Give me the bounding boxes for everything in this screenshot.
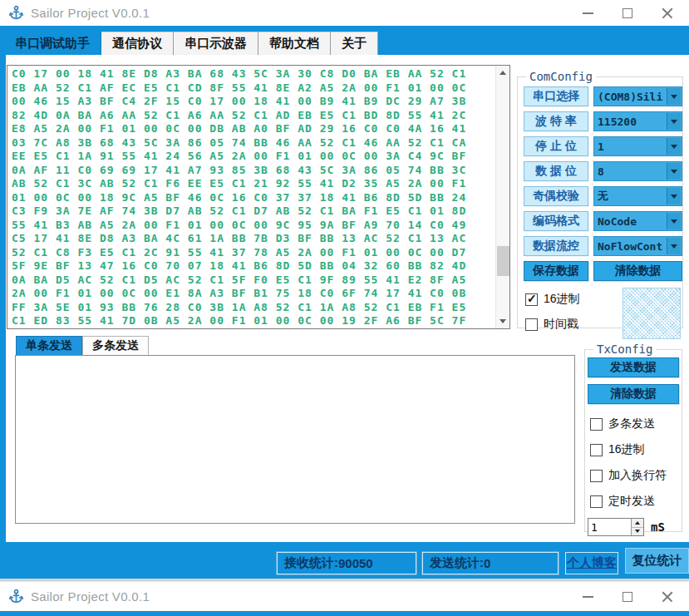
checkbox[interactable]: [525, 293, 538, 306]
close-icon: [662, 7, 673, 19]
chevron-down-icon: [671, 219, 677, 224]
dropdown-value: NoCode: [598, 215, 637, 228]
send-tab[interactable]: 单条发送: [16, 336, 82, 355]
spinner-buttons: [631, 519, 643, 535]
chevron-down-icon: [671, 244, 677, 249]
config-label: 串口选择: [533, 89, 579, 104]
close-button[interactable]: [647, 0, 687, 26]
config-dropdown[interactable]: NoCode: [593, 211, 682, 231]
main-tab[interactable]: 通信协议: [101, 32, 174, 55]
config-dropdown[interactable]: (COM8)Sili: [593, 86, 682, 106]
dropdown-arrow-button[interactable]: [667, 138, 681, 155]
send-tab[interactable]: 多条发送: [82, 336, 149, 355]
checkbox[interactable]: [590, 495, 603, 508]
hex-line: EB AA 52 C1 AF EC E5 C1 CD 8F 55 41 8E A…: [12, 81, 494, 96]
config-label-button[interactable]: 数据流控: [524, 236, 588, 256]
checkbox[interactable]: [590, 418, 603, 431]
dropdown-arrow-button[interactable]: [667, 188, 681, 205]
maximize-button[interactable]: [608, 0, 647, 26]
send-data-button[interactable]: 发送数据: [588, 357, 679, 377]
config-label-button[interactable]: 停 止 位: [524, 136, 588, 156]
dropdown-arrow-button[interactable]: [667, 238, 681, 254]
txconfig-buttons: 发送数据 清除数据: [588, 357, 679, 404]
interval-spinner: [588, 518, 644, 536]
minimize-button[interactable]: [568, 582, 608, 611]
chevron-down-icon: [671, 170, 677, 174]
config-dropdown[interactable]: 8: [593, 161, 682, 181]
minimize-icon: [583, 596, 593, 598]
reset-stats-button[interactable]: 复位统计: [625, 548, 689, 574]
checkbox-option[interactable]: 16进制: [590, 441, 682, 458]
scroll-down-button[interactable]: [496, 314, 509, 328]
main-tab-label: 串口调试助手: [15, 36, 90, 52]
dropdown-value: NoFlowCont: [598, 240, 662, 253]
hex-line: 01 00 0C 00 18 9C A5 BF 46 0C 16 C0 37 3…: [12, 191, 494, 205]
tx-count-value: 0: [484, 556, 490, 570]
spin-up-button[interactable]: [632, 519, 643, 528]
checkbox[interactable]: [590, 470, 603, 482]
config-row: 波 特 率 115200: [524, 111, 682, 131]
hex-line: C1 ED 83 55 41 7D 0B A5 2A 00 F1 01 00 0…: [12, 314, 494, 328]
personal-blog-link[interactable]: 个人博客: [565, 552, 618, 574]
rx-count-box: 接收统计:90050: [277, 552, 416, 574]
scrollbar-thumb[interactable]: [497, 246, 509, 276]
main-tab[interactable]: 串口调试助手: [4, 32, 101, 55]
checkbox-option[interactable]: 加入换行符: [590, 467, 682, 484]
dropdown-arrow-button[interactable]: [667, 113, 681, 130]
checkbox-option[interactable]: 定时发送: [590, 493, 682, 510]
send-input[interactable]: [15, 355, 575, 524]
bottom-border-strip: [0, 611, 689, 616]
window-title: Sailor Project V0.0.1: [31, 589, 150, 604]
main-tab[interactable]: 串口示波器: [174, 32, 258, 55]
dropdown-value: (COM8)Sili: [598, 91, 662, 103]
hex-line: 0A AF 11 C0 69 69 17 41 A7 93 85 3B 68 4…: [12, 164, 494, 178]
receive-data-area[interactable]: C0 17 00 18 41 8E D8 A3 BA 68 43 5C 3A 3…: [7, 65, 510, 329]
main-tab[interactable]: 关于: [331, 32, 378, 55]
checkbox-option[interactable]: 多条发送: [590, 416, 682, 432]
texture-patch: [623, 288, 681, 339]
checkbox-label: 加入换行符: [608, 468, 667, 483]
clear-receive-button[interactable]: 清除数据: [593, 261, 682, 281]
dropdown-arrow-button[interactable]: [667, 213, 681, 229]
chevron-down-icon: [671, 120, 677, 124]
scroll-up-button[interactable]: [496, 66, 509, 80]
send-tab-label: 多条发送: [92, 338, 139, 353]
config-label-button[interactable]: 奇偶校验: [524, 186, 588, 206]
dropdown-arrow-button[interactable]: [667, 88, 681, 105]
config-dropdown[interactable]: 无: [593, 186, 682, 206]
hex-line: 55 41 B3 AB A5 2A 00 F1 01 00 0C 00 9C 9…: [12, 219, 494, 233]
clear-send-button[interactable]: 清除数据: [588, 384, 679, 404]
main-tab[interactable]: 帮助文档: [258, 32, 331, 55]
hex-line: C3 F9 3A 7E AF 74 3B D7 AB 52 C1 D7 AB 5…: [12, 205, 494, 219]
checkbox[interactable]: [590, 444, 603, 456]
config-dropdown[interactable]: 1: [593, 136, 682, 156]
maximize-button[interactable]: [608, 582, 647, 611]
app-window: Sailor Project V0.0.1 串口调试助手通信协议串口示波器帮助文…: [0, 0, 689, 616]
receive-scrollbar[interactable]: [495, 66, 509, 328]
dropdown-value: 115200: [598, 116, 637, 128]
txconfig-title: TxConfig: [593, 342, 656, 356]
config-label-button[interactable]: 编码格式: [524, 211, 588, 231]
hex-line: 52 C1 C8 F3 E5 C1 2C 91 55 41 37 78 A5 2…: [12, 246, 494, 260]
status-bar: 接收统计:90050 发送统计:0 个人博客 复位统计: [0, 542, 689, 579]
checkbox-label: 多条发送: [608, 416, 655, 431]
window-title: Sailor Project V0.0.1: [31, 6, 150, 20]
config-label-button[interactable]: 波 特 率: [524, 111, 588, 131]
config-dropdown[interactable]: NoFlowCont: [593, 236, 682, 256]
background-window-titlebar: Sailor Project V0.0.1: [0, 581, 689, 611]
config-dropdown[interactable]: 115200: [593, 111, 682, 131]
send-tab-bar: 单条发送多条发送: [16, 336, 149, 355]
checkbox-label: 时间戳: [544, 317, 578, 332]
chevron-down-icon: [671, 195, 677, 199]
chevron-down-icon: [671, 145, 677, 149]
config-label-button[interactable]: 数 据 位: [524, 161, 588, 181]
minimize-button[interactable]: [568, 0, 608, 26]
hex-dump: C0 17 00 18 41 8E D8 A3 BA 68 43 5C 3A 3…: [12, 67, 494, 328]
config-label-button[interactable]: 串口选择: [524, 86, 588, 106]
save-data-button[interactable]: 保存数据: [524, 261, 588, 281]
close-button[interactable]: [647, 582, 687, 611]
comconfig-groupbox: ComConfig 串口选择 (COM8)Sili 波 特 率 115200 停: [517, 70, 683, 328]
checkbox[interactable]: [525, 318, 538, 331]
dropdown-arrow-button[interactable]: [667, 163, 681, 180]
spin-down-button[interactable]: [632, 528, 643, 536]
